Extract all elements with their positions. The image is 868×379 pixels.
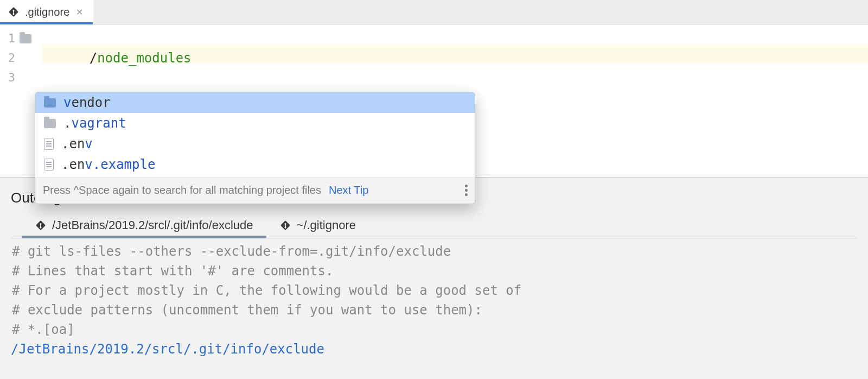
breadcrumb-path[interactable]: /JetBrains/2019.2/srcl/.git/info/exclude (0, 342, 868, 361)
autocomplete-match: .en (61, 157, 85, 172)
file-icon (44, 138, 54, 150)
git-icon (35, 219, 47, 231)
outer-tab-label: /JetBrains/2019.2/srcl/.git/info/exclude (52, 218, 253, 232)
autocomplete-list[interactable]: vendor .vagrant .env .env.example conver… (35, 92, 475, 178)
code-text: / (90, 50, 97, 66)
autocomplete-rest: v (85, 136, 92, 151)
line-number: 2 (0, 48, 15, 68)
file-icon (44, 159, 54, 170)
exclude-line: # Lines that start with '#' are comments… (12, 261, 857, 281)
editor-tabbar: .gitignore ✕ (0, 0, 868, 24)
outer-ignore-tabs: /JetBrains/2019.2/srcl/.git/info/exclude… (11, 214, 857, 238)
autocomplete-rest: vagrant (71, 116, 126, 131)
exclude-line: # exclude patterns (uncomment them if yo… (12, 300, 857, 320)
folder-icon (20, 34, 31, 43)
exclude-file-view[interactable]: # git ls-files --others --exclude-from=.… (11, 238, 857, 342)
git-icon (279, 219, 291, 231)
close-icon[interactable]: ✕ (75, 6, 84, 18)
line-number: 1 (0, 29, 15, 48)
autocomplete-item[interactable]: convert_line.php (35, 175, 475, 178)
autocomplete-rest: v.example (85, 157, 155, 172)
code-text: node_modules (97, 50, 191, 66)
exclude-line: # git ls-files --others --exclude-from=.… (12, 242, 857, 261)
tab-gitignore[interactable]: .gitignore ✕ (0, 0, 93, 24)
autocomplete-item[interactable]: .env.example (35, 154, 475, 175)
editor-area[interactable]: 1 2 3 /node_modules /v vendor .vagrant (0, 24, 868, 178)
autocomplete-rest: endor (71, 95, 110, 110)
outer-ignore-tab-global[interactable]: ~/.gitignore (277, 214, 358, 238)
autocomplete-popup: vendor .vagrant .env .env.example conver… (35, 92, 475, 204)
kebab-menu-icon[interactable] (463, 182, 467, 198)
folder-icon (44, 119, 56, 128)
autocomplete-match: .en (61, 136, 85, 151)
tab-filename: .gitignore (25, 6, 69, 18)
autocomplete-item[interactable]: .vagrant (35, 113, 475, 134)
exclude-line: # For a project mostly in C, the followi… (12, 281, 857, 300)
outer-tab-label: ~/.gitignore (297, 218, 356, 232)
autocomplete-item[interactable]: vendor (35, 92, 475, 113)
outer-ignore-tab-exclude[interactable]: /JetBrains/2019.2/srcl/.git/info/exclude (33, 214, 256, 238)
folder-icon (44, 98, 56, 108)
line-number-gutter: 1 2 3 (0, 24, 20, 177)
exclude-line: # *.[oa] (12, 320, 857, 339)
next-tip-link[interactable]: Next Tip (329, 184, 368, 197)
autocomplete-match: v (63, 95, 71, 110)
git-icon (8, 6, 20, 18)
autocomplete-footer: Press ^Space again to search for all mat… (35, 178, 475, 204)
autocomplete-hint: Press ^Space again to search for all mat… (43, 184, 321, 197)
autocomplete-match: . (63, 116, 71, 131)
autocomplete-item[interactable]: .env (35, 134, 475, 154)
line-number: 3 (0, 68, 15, 87)
